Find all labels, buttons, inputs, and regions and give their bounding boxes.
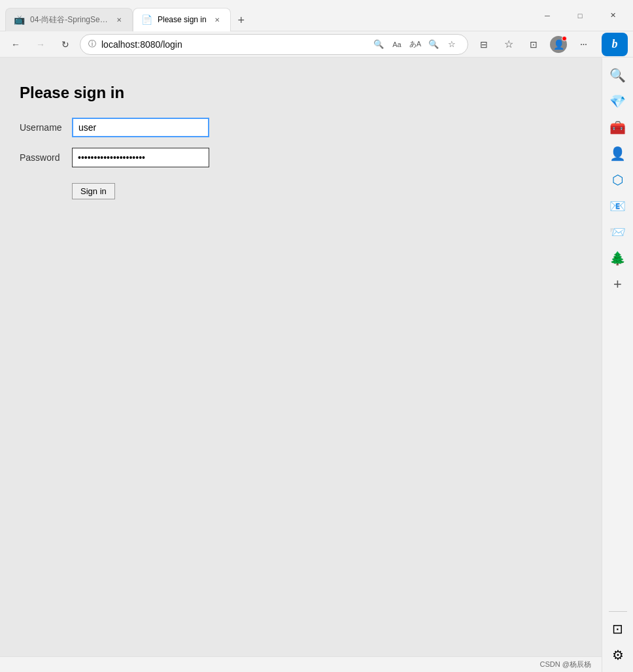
add-favorites-icon[interactable]: ☆ bbox=[444, 37, 460, 52]
tab1-close-icon[interactable]: ✕ bbox=[114, 14, 124, 25]
username-label: Username bbox=[20, 122, 72, 133]
password-label: Password bbox=[20, 152, 72, 163]
favorites-button[interactable]: ☆ bbox=[497, 34, 521, 55]
submit-area: Sign in bbox=[72, 178, 582, 199]
sidebar-tree-button[interactable]: 🌲 bbox=[606, 246, 630, 270]
sidebar-bottom: ⊡ ⚙ bbox=[606, 609, 630, 672]
page-content: Please sign in Username Password Sign in bbox=[0, 58, 602, 656]
split-view-icon: ⊟ bbox=[480, 39, 488, 50]
sidebar-user-button[interactable]: 👤 bbox=[606, 142, 630, 165]
favorites-icon: ☆ bbox=[504, 38, 513, 50]
maximize-button[interactable]: □ bbox=[565, 5, 595, 26]
avatar: 👤 bbox=[550, 36, 567, 53]
sidebar-settings-button[interactable]: ⚙ bbox=[606, 643, 630, 667]
tab-group: 📺 04-尚硅谷-SpringSecurity-主 ✕ 📄 Please sig… bbox=[5, 0, 527, 31]
copilot-button[interactable]: b bbox=[602, 33, 628, 56]
refresh-icon: ↻ bbox=[61, 39, 69, 50]
page-title: Please sign in bbox=[20, 84, 582, 102]
sidebar-vscode-icon: ⬡ bbox=[612, 172, 623, 188]
back-button[interactable]: ← bbox=[5, 34, 26, 55]
collections-icon: ⊡ bbox=[530, 39, 538, 50]
tab1-favicon: 📺 bbox=[14, 14, 25, 25]
sidebar-divider bbox=[609, 611, 627, 612]
nav-right-buttons: ⊟ ☆ ⊡ 👤 ··· bbox=[472, 34, 595, 55]
sidebar-search-button[interactable]: 🔍 bbox=[606, 63, 630, 87]
add-tab-button[interactable]: + bbox=[231, 10, 252, 31]
sidebar-outlook-button[interactable]: 📧 bbox=[606, 194, 630, 218]
password-input[interactable] bbox=[72, 148, 209, 167]
sidebar-search-icon: 🔍 bbox=[609, 67, 626, 83]
collections-button[interactable]: ⊡ bbox=[522, 34, 545, 55]
username-group: Username bbox=[20, 118, 582, 137]
tab-1[interactable]: 📺 04-尚硅谷-SpringSecurity-主 ✕ bbox=[5, 8, 133, 31]
minimize-button[interactable]: ─ bbox=[532, 5, 562, 26]
title-bar: 📺 04-尚硅谷-SpringSecurity-主 ✕ 📄 Please sig… bbox=[0, 0, 633, 31]
copilot-icon: b bbox=[612, 37, 618, 51]
search-address-icon[interactable]: 🔍 bbox=[371, 37, 386, 52]
info-icon: ⓘ bbox=[88, 39, 96, 50]
sidebar-collections-icon: 💎 bbox=[609, 93, 626, 109]
tab2-label: Please sign in bbox=[158, 15, 207, 24]
sidebar-collections-button[interactable]: 💎 bbox=[606, 90, 630, 113]
sidebar-tree-icon: 🌲 bbox=[609, 250, 626, 266]
sidebar-toolbox-button[interactable]: 🧰 bbox=[606, 116, 630, 139]
sidebar-add-button[interactable]: + bbox=[606, 273, 630, 296]
nav-bar: ← → ↻ ⓘ localhost:8080/login 🔍 Aa あA 🔍 ☆… bbox=[0, 31, 633, 58]
address-actions: 🔍 Aa あA 🔍 ☆ bbox=[371, 37, 460, 52]
forward-icon: → bbox=[36, 39, 45, 50]
username-input[interactable] bbox=[72, 118, 209, 137]
sidebar-settings-icon: ⚙ bbox=[612, 647, 624, 663]
address-bar[interactable]: ⓘ localhost:8080/login 🔍 Aa あA 🔍 ☆ bbox=[80, 34, 468, 55]
forward-button[interactable]: → bbox=[30, 34, 51, 55]
split-view-button[interactable]: ⊟ bbox=[472, 34, 496, 55]
refresh-button[interactable]: ↻ bbox=[55, 34, 76, 55]
back-icon: ← bbox=[11, 39, 20, 50]
profile-button[interactable]: 👤 bbox=[547, 34, 570, 55]
sidebar-user-icon: 👤 bbox=[609, 146, 626, 161]
browser-window: 📺 04-尚硅谷-SpringSecurity-主 ✕ 📄 Please sig… bbox=[0, 0, 633, 672]
more-icon: ··· bbox=[580, 39, 587, 50]
sidebar-tab-button[interactable]: ⊡ bbox=[606, 617, 630, 641]
password-group: Password bbox=[20, 148, 582, 167]
tab-2[interactable]: 📄 Please sign in ✕ bbox=[133, 8, 231, 31]
sidebar-telegram-icon: 📨 bbox=[609, 224, 626, 240]
sidebar-vscode-button[interactable]: ⬡ bbox=[606, 168, 630, 192]
sidebar-tab-icon: ⊡ bbox=[612, 621, 623, 637]
status-bar: CSDN @杨辰杨 bbox=[0, 656, 633, 672]
tab2-close-icon[interactable]: ✕ bbox=[212, 14, 222, 25]
notification-dot bbox=[562, 36, 567, 41]
status-credit: CSDN @杨辰杨 bbox=[540, 660, 591, 669]
add-tab-icon: + bbox=[237, 14, 245, 27]
address-text: localhost:8080/login bbox=[101, 39, 366, 50]
sidebar-toolbox-icon: 🧰 bbox=[609, 120, 626, 135]
sign-in-button[interactable]: Sign in bbox=[72, 183, 115, 199]
sidebar-outlook-icon: 📧 bbox=[609, 198, 626, 214]
main-layout: Please sign in Username Password Sign in bbox=[0, 58, 633, 656]
tab2-favicon: 📄 bbox=[141, 14, 152, 25]
read-mode-icon[interactable]: Aa bbox=[389, 37, 405, 52]
login-container: Please sign in Username Password Sign in bbox=[0, 58, 602, 226]
zoom-icon[interactable]: 🔍 bbox=[426, 37, 441, 52]
close-button[interactable]: ✕ bbox=[598, 5, 628, 26]
tab1-label: 04-尚硅谷-SpringSecurity-主 bbox=[30, 14, 109, 25]
sidebar-add-icon: + bbox=[613, 276, 622, 293]
translate-icon[interactable]: あA bbox=[407, 37, 423, 52]
more-button[interactable]: ··· bbox=[572, 34, 595, 55]
edge-sidebar: 🔍 💎 🧰 👤 ⬡ 📧 📨 🌲 + bbox=[602, 58, 633, 672]
window-controls: ─ □ ✕ bbox=[532, 5, 628, 26]
sidebar-telegram-button[interactable]: 📨 bbox=[606, 220, 630, 244]
